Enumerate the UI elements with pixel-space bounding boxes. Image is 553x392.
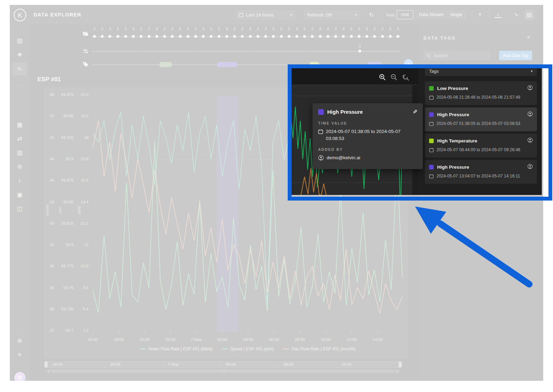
annotation-highlight-rect: [288, 64, 552, 201]
